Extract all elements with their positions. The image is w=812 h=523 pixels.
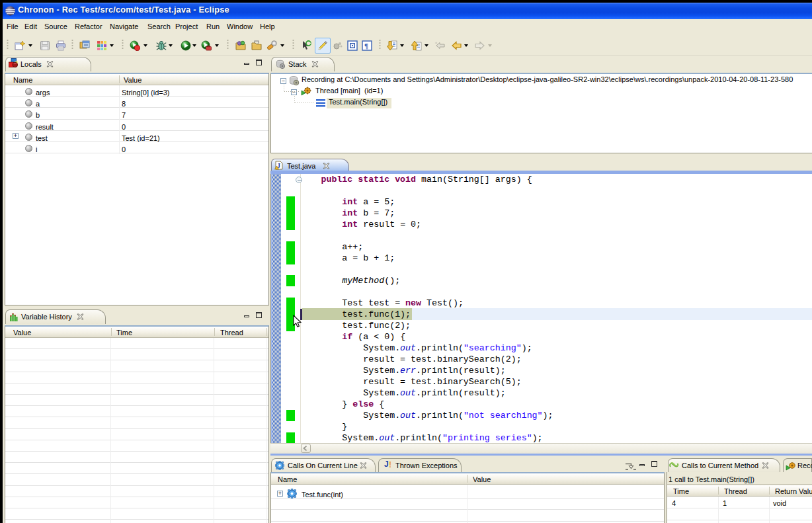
svg-text:¶: ¶: [364, 42, 368, 50]
